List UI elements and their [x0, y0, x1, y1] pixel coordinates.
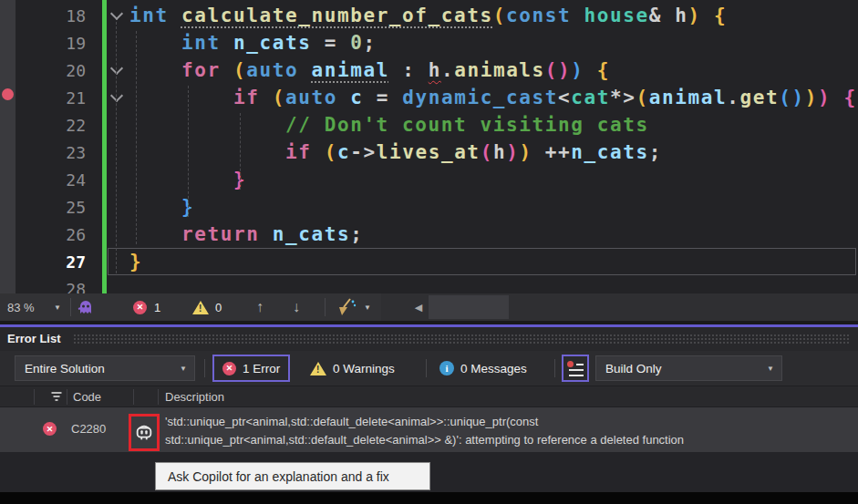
document-warning-count: 0 — [215, 293, 222, 321]
warning-icon: ! — [192, 301, 209, 314]
code-text: if (auto c = dynamic_cast<cat*>(animal.g… — [129, 87, 857, 108]
code-editor[interactable]: 18int calculate_number_of_cats(const hou… — [0, 0, 858, 293]
prev-issue-button[interactable]: ↑ — [256, 293, 264, 321]
code-line[interactable]: 20 for (auto animal : h.animals()) { — [0, 57, 858, 84]
visual-studio-window: 18int calculate_number_of_cats(const hou… — [0, 0, 858, 504]
code-line[interactable]: 27} — [0, 248, 858, 275]
code-cleanup-button[interactable] — [336, 293, 358, 321]
code-text: } — [129, 251, 142, 273]
warning-icon: ! — [310, 362, 326, 375]
zoom-control[interactable]: 83 % — [7, 293, 35, 321]
bottom-strip — [0, 492, 858, 504]
panel-title: Error List — [7, 332, 61, 345]
column-header-description[interactable]: Description — [165, 390, 224, 404]
divider — [204, 359, 205, 377]
indent-guide — [240, 113, 241, 190]
line-number: 27 — [0, 252, 102, 272]
divider — [554, 359, 555, 377]
annotation-highlight — [129, 414, 160, 451]
document-warnings-button[interactable]: ! — [192, 293, 209, 321]
filter-issues-button[interactable] — [562, 355, 589, 382]
info-icon: i — [439, 361, 454, 375]
error-list-toolbar: Entire Solution ▼ ✕ 1 Error ! 0 Warnings… — [0, 351, 858, 386]
code-text: if (c->lives_at(h)) ++n_cats; — [129, 141, 662, 163]
code-text: int n_cats = 0; — [129, 32, 377, 54]
error-icon: ✕ — [133, 301, 147, 314]
ghost-glyph — [77, 298, 95, 316]
chevron-down-icon: ▼ — [767, 365, 774, 373]
line-number: 24 — [0, 170, 102, 190]
zoom-dropdown-caret-icon[interactable]: ▼ — [54, 293, 61, 321]
error-row[interactable]: ✕ C2280 'std::unique_ptr<animal,std::def… — [0, 407, 858, 452]
next-issue-button[interactable]: ↓ — [293, 293, 300, 321]
messages-filter-button[interactable]: i 0 Messages — [439, 355, 527, 382]
drag-handle-dots — [73, 334, 851, 345]
cleanup-dropdown-caret-icon[interactable]: ▼ — [364, 293, 371, 321]
line-number: 23 — [0, 143, 102, 162]
code-lines: 18int calculate_number_of_cats(const hou… — [0, 2, 858, 293]
code-line[interactable]: 28 — [0, 275, 858, 293]
errors-filter-button[interactable]: ✕ 1 Error — [212, 355, 290, 382]
build-filter-dropdown[interactable]: Build Only ▼ — [595, 355, 782, 381]
code-line[interactable]: 24 } — [0, 166, 858, 193]
code-text: int calculate_number_of_cats(const house… — [129, 5, 727, 26]
error-icon: ✕ — [43, 422, 57, 436]
code-line[interactable]: 21 if (auto c = dynamic_cast<cat*>(anima… — [0, 84, 858, 111]
document-errors-button[interactable]: ✕ — [133, 293, 147, 321]
outline-guide — [116, 22, 117, 273]
code-line[interactable]: 25 } — [0, 193, 858, 221]
copilot-tooltip: Ask Copilot for an explanation and a fix — [155, 462, 430, 490]
line-number: 20 — [0, 61, 102, 80]
code-line[interactable]: 18int calculate_number_of_cats(const hou… — [0, 2, 858, 29]
code-line[interactable]: 23 if (c->lives_at(h)) ++n_cats; — [0, 139, 858, 166]
arrow-up-icon: ↑ — [256, 299, 264, 315]
error-icon: ✕ — [222, 362, 236, 375]
error-table-header: Code Description — [0, 386, 858, 407]
code-text: } — [129, 196, 194, 218]
error-code: C2280 — [71, 422, 106, 436]
chevron-down-icon: ▼ — [180, 365, 187, 373]
zoom-level: 83 % — [7, 301, 35, 314]
filter-icon — [567, 361, 574, 367]
line-number: 25 — [0, 198, 102, 217]
column-header-code[interactable]: Code — [73, 390, 101, 404]
error-list-title-bar[interactable]: Error List — [0, 327, 858, 351]
severity-filter-icon[interactable] — [51, 392, 62, 403]
code-line[interactable]: 22 // Don't count visiting cats — [0, 111, 858, 139]
indent-guide — [188, 86, 189, 217]
divider — [70, 298, 71, 316]
arrow-down-icon: ↓ — [293, 299, 300, 315]
scope-dropdown[interactable]: Entire Solution ▼ — [15, 355, 195, 381]
scrollbar-thumb[interactable] — [429, 295, 509, 319]
broom-icon — [336, 297, 358, 317]
divider — [426, 359, 427, 377]
code-line[interactable]: 26 return n_cats; — [0, 221, 858, 248]
scroll-left-icon[interactable]: ◀ — [408, 293, 429, 321]
code-text: for (auto animal : h.animals()) { — [129, 59, 610, 81]
warnings-filter-button[interactable]: ! 0 Warnings — [310, 355, 395, 382]
code-text: // Don't count visiting cats — [129, 114, 649, 136]
line-number: 22 — [0, 116, 102, 135]
horizontal-scrollbar[interactable]: ◀ — [381, 293, 858, 321]
line-number: 19 — [0, 34, 102, 53]
collapse-chevron-icon[interactable] — [110, 62, 123, 75]
line-number: 28 — [0, 280, 102, 294]
editor-status-bar: 83 % ▼ ✕ 1 ! 0 ↑ ↓ — [0, 293, 858, 321]
indent-guide — [136, 31, 137, 244]
line-number: 26 — [0, 225, 102, 244]
document-error-count: 1 — [154, 293, 160, 321]
code-text: return n_cats; — [129, 223, 363, 245]
collapse-chevron-icon[interactable] — [110, 89, 123, 102]
copilot-icon[interactable] — [134, 423, 154, 443]
change-tracking-bar — [102, 0, 107, 293]
breakpoint-icon[interactable] — [2, 88, 14, 100]
error-description: 'std::unique_ptr<animal,std::default_del… — [165, 413, 684, 449]
line-number: 21 — [0, 88, 102, 108]
divider — [325, 298, 326, 316]
line-number: 18 — [0, 6, 102, 26]
collapse-chevron-icon[interactable] — [110, 7, 123, 20]
copilot-status-icon[interactable] — [77, 293, 95, 321]
code-line[interactable]: 19 int n_cats = 0; — [0, 29, 858, 57]
